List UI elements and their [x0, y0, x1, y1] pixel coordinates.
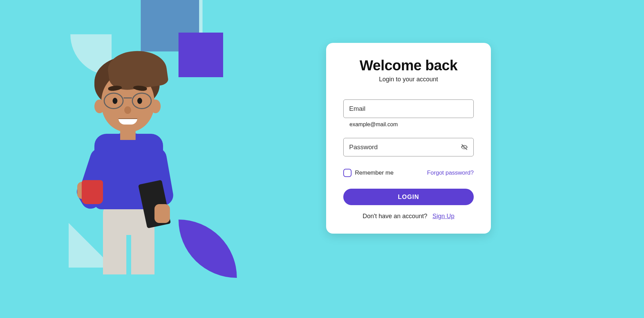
signup-prompt: Don't have an account?: [363, 213, 427, 220]
password-input[interactable]: [343, 138, 474, 156]
login-card: Welcome back Login to your account examp…: [326, 43, 491, 234]
card-subtitle: Login to your account: [343, 76, 474, 83]
decor-purple-square: [179, 33, 223, 77]
signup-row: Don't have an account? Sign Up: [343, 213, 474, 220]
remember-me-group: Remember me: [343, 169, 393, 177]
eye-off-icon: [460, 143, 469, 151]
email-helper-text: example@mail.com: [349, 121, 474, 128]
forgot-password-link[interactable]: Forgot password?: [427, 169, 474, 176]
signup-link[interactable]: Sign Up: [433, 213, 455, 220]
password-field-wrapper: [343, 138, 474, 156]
card-title: Welcome back: [343, 57, 474, 74]
remember-me-label: Remember me: [355, 169, 393, 176]
email-input[interactable]: [343, 99, 474, 118]
toggle-password-visibility-button[interactable]: [460, 143, 469, 152]
options-row: Remember me Forgot password?: [343, 169, 474, 177]
character-illustration: [76, 45, 179, 268]
email-field-wrapper: [343, 99, 474, 118]
login-button[interactable]: LOGIN: [343, 189, 474, 205]
decor-purple-leaf: [179, 220, 237, 278]
remember-me-checkbox[interactable]: [343, 169, 352, 177]
